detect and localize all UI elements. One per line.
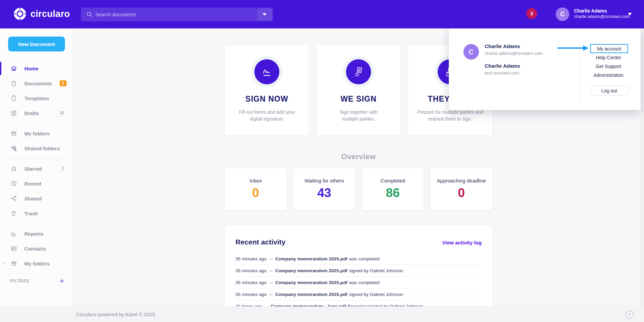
filters-label: FILTERS xyxy=(10,279,29,283)
sidebar-item-trash[interactable]: Trash xyxy=(0,206,73,221)
menu-item-my-account[interactable]: My account xyxy=(590,44,628,53)
hand-document-icon xyxy=(346,59,371,84)
sidebar-item-label: Documents xyxy=(24,81,52,86)
sidebar-item-my-folders-tree[interactable]: My folders xyxy=(0,256,73,271)
menu-item-get-support[interactable]: Get Support xyxy=(583,64,634,69)
sidebar-item-label: Trash xyxy=(24,211,38,216)
card-title: WE SIGN xyxy=(317,94,400,104)
add-filter-button[interactable] xyxy=(59,278,65,284)
sidebar-item-label: Reports xyxy=(24,231,44,237)
activity-file: Company memorandum 2025.pdf xyxy=(275,292,347,297)
activity-file: Company memorandum 2025.pdf xyxy=(275,256,347,261)
stat-waiting-for-others[interactable]: Waiting for others 43 xyxy=(294,168,355,210)
activity-row[interactable]: 35 minutes ago – Company memorandum 2025… xyxy=(235,265,482,277)
stat-value: 86 xyxy=(362,186,424,200)
activity-action: signed by Gabriel Johnson xyxy=(349,268,403,273)
activity-row[interactable]: 21 hours ago – Company memorandum - June… xyxy=(235,300,482,306)
activity-action: was completed xyxy=(349,280,380,285)
sidebar-item-reports[interactable]: Reports xyxy=(0,226,73,241)
stat-label: Completed xyxy=(362,178,424,184)
activity-time: 35 minutes ago xyxy=(235,256,267,261)
view-activity-log-link[interactable]: View activity log xyxy=(442,240,482,245)
we-sign-card[interactable]: WE SIGN Sign together with multiple part… xyxy=(317,45,400,135)
scrollbar-track[interactable] xyxy=(641,28,644,306)
search-scope-toggle[interactable] xyxy=(257,8,272,20)
user-name: Charlie Adams xyxy=(574,8,630,14)
card-title: SIGN NOW xyxy=(225,94,309,104)
account-name[interactable]: Charlie Adams xyxy=(485,63,520,69)
new-document-button[interactable]: New Document xyxy=(8,37,65,51)
clock-icon xyxy=(10,180,17,187)
activity-time: 35 minutes ago xyxy=(235,280,267,285)
drafts-count-badge: 20 xyxy=(57,110,67,116)
overview-heading: Overview xyxy=(225,152,492,161)
recent-activity-panel: Recent activity View activity log 35 min… xyxy=(225,226,492,306)
template-icon xyxy=(10,95,17,102)
avatar[interactable]: C xyxy=(556,7,569,21)
sidebar-item-label: Starred xyxy=(24,166,42,172)
starred-count-badge: 2 xyxy=(59,165,67,172)
filters-section: FILTERS xyxy=(10,278,65,284)
stat-value: 43 xyxy=(294,186,355,200)
stat-label: Inbox xyxy=(225,178,286,184)
notifications-badge[interactable]: 3 xyxy=(526,8,537,19)
contact-card-icon xyxy=(10,245,17,252)
account-dropdown-panel: C Charlie Adams charlie.adams@circularo.… xyxy=(449,28,641,110)
activity-row[interactable]: 35 minutes ago – Company memorandum 2025… xyxy=(235,288,482,300)
logout-button[interactable]: Log out xyxy=(590,86,628,95)
sidebar-divider xyxy=(5,223,67,224)
menu-item-help-center[interactable]: Help Center xyxy=(583,55,634,60)
signature-icon xyxy=(254,59,279,84)
brand-logo[interactable]: circularo xyxy=(14,7,70,20)
sidebar-item-contacts[interactable]: Contacts xyxy=(0,241,73,256)
shared-folder-icon xyxy=(10,145,17,152)
star-icon xyxy=(10,165,17,172)
stat-inbox[interactable]: Inbox 0 xyxy=(225,168,286,210)
sidebar-item-documents[interactable]: Documents 2 xyxy=(0,76,73,91)
user-menu-trigger[interactable]: Charlie Adams charlie.adams@circularo.co… xyxy=(574,8,630,19)
search-input[interactable] xyxy=(93,7,256,21)
activity-file: Company memorandum 2025.pdf xyxy=(275,268,347,273)
account-domain: test.circularo.com xyxy=(485,70,519,76)
sign-now-card[interactable]: SIGN NOW Fill out forms and add your dig… xyxy=(225,45,309,135)
sidebar-item-label: Shared xyxy=(24,196,42,201)
card-description: Fill out forms and add your digital sign… xyxy=(234,109,300,122)
help-icon[interactable] xyxy=(625,310,634,319)
footer-copyright: Circularo powered by Karel © 2025 xyxy=(76,312,155,317)
sidebar-item-label: Templates xyxy=(24,95,49,101)
sidebar-item-shared[interactable]: Shared xyxy=(0,191,73,206)
annotation-arrow-icon xyxy=(557,44,590,52)
sidebar-nav: Home Documents 2 Templates xyxy=(0,61,73,276)
stat-value: 0 xyxy=(431,186,492,200)
activity-row[interactable]: 35 minutes ago – Company memorandum 2025… xyxy=(235,277,482,288)
stat-label: Approaching deadline xyxy=(431,178,492,184)
overview-stats: Inbox 0 Waiting for others 43 Completed … xyxy=(225,168,492,210)
home-icon xyxy=(10,65,17,72)
sidebar-item-recent[interactable]: Recent xyxy=(0,176,73,191)
activity-row[interactable]: 35 minutes ago – Company memorandum 2025… xyxy=(235,253,482,265)
sidebar-item-shared-folders[interactable]: Shared folders xyxy=(0,141,73,156)
sidebar: New Document Home Documents 2 xyxy=(0,28,73,306)
document-icon xyxy=(10,80,17,87)
sidebar-item-my-folders[interactable]: My folders xyxy=(0,126,73,141)
chevron-right-icon[interactable] xyxy=(3,262,6,265)
sidebar-item-home[interactable]: Home xyxy=(0,61,73,76)
menu-item-administration[interactable]: Administration xyxy=(583,72,634,78)
stat-approaching-deadline[interactable]: Approaching deadline 0 xyxy=(431,168,492,210)
user-menu-chevron-icon[interactable] xyxy=(628,13,632,16)
sidebar-item-starred[interactable]: Starred 2 xyxy=(0,161,73,176)
trash-icon xyxy=(10,210,17,217)
edit-icon xyxy=(10,110,17,117)
sidebar-item-templates[interactable]: Templates xyxy=(0,91,73,106)
activity-time: 35 minutes ago xyxy=(235,268,267,273)
search-bar xyxy=(81,7,273,21)
active-indicator xyxy=(0,62,1,75)
sidebar-divider xyxy=(5,274,67,274)
sidebar-item-drafts[interactable]: Drafts 20 xyxy=(0,106,73,121)
activity-action: was completed xyxy=(349,256,380,261)
stat-completed[interactable]: Completed 86 xyxy=(362,168,424,210)
activity-time: 35 minutes ago xyxy=(235,292,267,297)
activity-time: 21 hours ago xyxy=(235,304,262,307)
card-description: Sign together with multiple parties. xyxy=(331,109,386,122)
sidebar-item-label: My folders xyxy=(24,131,50,136)
